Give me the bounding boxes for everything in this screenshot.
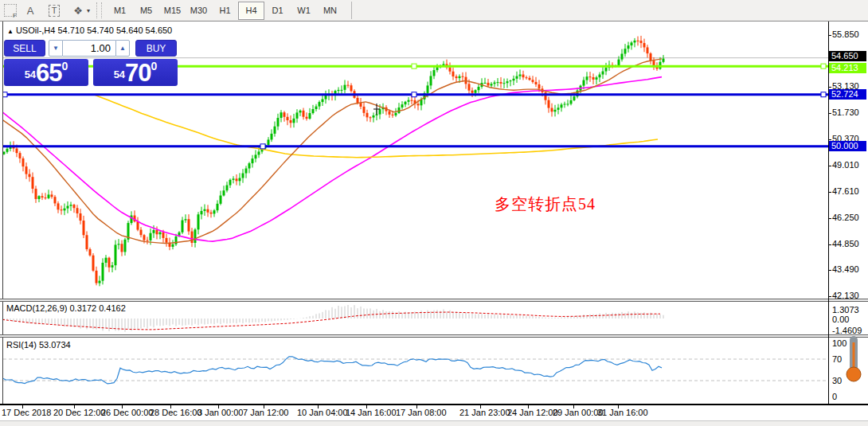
candle-body	[283, 112, 286, 117]
time-axis-border	[0, 404, 868, 405]
candle-body	[325, 96, 327, 100]
candle-body	[392, 115, 394, 115]
date-label: 3 Jan 00:00	[197, 408, 244, 417]
candle-body	[38, 196, 41, 199]
candle-body	[309, 113, 311, 119]
candle-body	[124, 240, 127, 252]
price-axis-border	[828, 21, 829, 405]
chart-text-annotation[interactable]: 多空转折点54	[495, 193, 596, 215]
volume-increase-button[interactable]: ▲	[115, 40, 130, 57]
text-label-icon[interactable]: T	[44, 2, 65, 19]
toolbar: F A T ❖ ▾ M1M5M15M30H1H4D1W1MN	[0, 0, 868, 21]
resistance-line-54213-handle[interactable]	[412, 64, 416, 68]
candle-body	[315, 107, 318, 109]
candle-body	[162, 233, 165, 238]
buy-button[interactable]: BUY	[135, 40, 177, 57]
ma-medium-magenta	[3, 77, 662, 242]
candle-body	[341, 90, 343, 91]
candle-body	[631, 42, 633, 45]
volume-decrease-button[interactable]: ▼	[49, 40, 63, 57]
candle-body	[229, 180, 232, 186]
timeframe-button-m15[interactable]: M15	[159, 2, 186, 20]
candle-body	[153, 230, 155, 233]
candle-body	[105, 258, 108, 263]
sell-button[interactable]: SELL	[4, 40, 45, 57]
round-level-50000-handle[interactable]	[260, 144, 265, 149]
timeframe-button-m1[interactable]: M1	[107, 2, 133, 20]
sell-price-prefix: 54	[25, 64, 36, 85]
rsi-axis-label: 0	[832, 392, 868, 402]
timeframe-button-h4[interactable]: H4	[238, 2, 264, 20]
candle-body	[217, 204, 219, 210]
candle-body	[436, 67, 439, 70]
candle-body	[357, 98, 359, 103]
timeframe-button-m30[interactable]: M30	[186, 2, 212, 20]
candle-body	[137, 221, 139, 229]
drawing-tools-icon[interactable]: ❖	[68, 2, 88, 19]
timeframe-button-mn[interactable]: MN	[317, 2, 343, 20]
candle-body	[596, 77, 598, 80]
dock-grid-icon[interactable]: F	[4, 4, 17, 17]
collapse-triangle-icon[interactable]: ▲	[7, 28, 14, 35]
candle-body	[369, 117, 372, 118]
sell-price-big: 65	[36, 61, 61, 85]
candle-body	[204, 209, 206, 211]
dropdown-caret-icon[interactable]: ▾	[87, 7, 90, 14]
candle-body	[96, 271, 98, 283]
candle-body	[366, 113, 369, 117]
candle-body	[131, 216, 133, 224]
candle-body	[252, 158, 254, 163]
candle-body	[363, 107, 366, 113]
candle-body	[650, 53, 652, 61]
volume-input[interactable]: 1.00	[63, 40, 115, 57]
buy-price-panel[interactable]: 54700	[93, 59, 178, 86]
rsi-panel[interactable]	[3, 338, 828, 405]
support-line-52724-handle[interactable]	[412, 92, 416, 97]
price-tick-mark	[828, 218, 831, 219]
timeframe-button-m5[interactable]: M5	[133, 2, 159, 20]
candle-body	[197, 214, 200, 229]
candle-body	[647, 47, 649, 53]
candle-body	[411, 100, 413, 101]
price-tick-mark	[828, 296, 831, 297]
candle-body	[618, 60, 620, 66]
timeframe-button-w1[interactable]: W1	[291, 2, 317, 20]
candle-body	[532, 80, 534, 82]
resistance-line-54213-handle[interactable]	[821, 64, 826, 68]
candle-body	[624, 49, 627, 53]
candle-body	[280, 112, 283, 118]
date-label: 21 Jan 23:00	[459, 408, 510, 417]
candle-body	[115, 244, 117, 265]
candle-body	[628, 45, 630, 49]
timeframe-button-d1[interactable]: D1	[264, 2, 291, 20]
candle-body	[430, 76, 432, 85]
candle-body	[64, 209, 66, 211]
candle-body	[570, 100, 573, 104]
price-tick-label: 43.490	[832, 264, 868, 275]
sell-price-panel[interactable]: 54650	[4, 59, 88, 86]
price-tick-mark	[828, 166, 831, 166]
rsi-label: RSI(14) 53.0734	[6, 340, 71, 350]
timeframe-button-h1[interactable]: H1	[212, 2, 238, 20]
support-line-52724-handle[interactable]	[821, 92, 826, 97]
candle-body	[503, 83, 506, 84]
price-tick-label: 46.250	[832, 213, 868, 223]
candle-body	[567, 104, 569, 104]
macd-axis-label: 0.00	[832, 315, 868, 325]
price-tick-label: 51.730	[832, 107, 868, 118]
date-label: 17 Jan 08:00	[396, 408, 447, 417]
candle-body	[194, 229, 197, 243]
font-a-icon[interactable]: A	[20, 2, 41, 19]
macd-panel[interactable]	[3, 302, 828, 334]
candle-body	[54, 197, 57, 203]
chart-title: ▲USOil-,H4 54.710 54.740 54.640 54.650	[7, 25, 172, 35]
candle-body	[48, 194, 50, 198]
candle-body	[111, 265, 114, 268]
buy-price-big: 70	[125, 61, 151, 85]
candle-body	[102, 263, 104, 281]
support-line-52724-handle[interactable]	[3, 92, 7, 97]
candle-body	[57, 203, 60, 209]
candle-body	[516, 76, 518, 79]
date-tick-mark	[528, 405, 529, 408]
ma-fast-orange	[3, 59, 662, 244]
